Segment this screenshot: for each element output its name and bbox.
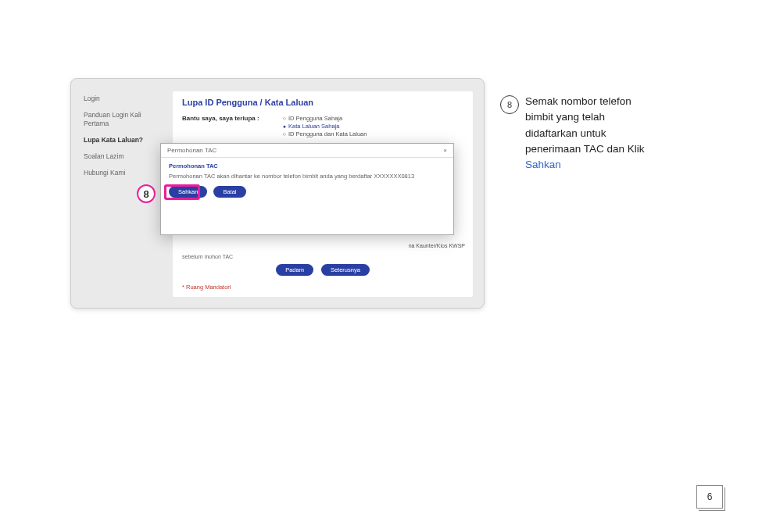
screenshot-frame: Login Panduan Login Kali Pertama Lupa Ka… xyxy=(70,78,485,309)
sidebar-item-login[interactable]: Login xyxy=(84,95,162,103)
sidebar-item-soalan[interactable]: Soalan Lazim xyxy=(84,152,162,161)
page-number: 6 xyxy=(696,485,723,509)
help-label: Bantu saya, saya terlupa : xyxy=(182,115,259,137)
tac-modal: Permohonan TAC × Permohonan TAC Permohon… xyxy=(160,143,454,235)
under-modal: sebelum mohon TAC Padam Seterusnya * Rua… xyxy=(173,254,473,297)
modal-title: Permohonan TAC xyxy=(167,147,216,154)
page-title: Lupa ID Pengguna / Kata Laluan xyxy=(182,98,463,107)
radio-kata-laluan[interactable]: Kata Laluan Sahaja xyxy=(283,123,367,130)
sidebar-item-panduan[interactable]: Panduan Login Kali Pertama xyxy=(84,111,162,128)
modal-text: Permohonan TAC akan dihantar ke nombor t… xyxy=(169,173,445,180)
close-icon[interactable]: × xyxy=(443,147,447,154)
modal-subtitle: Permohonan TAC xyxy=(169,162,445,170)
radio-group: ID Pengguna Sahaja Kata Laluan Sahaja ID… xyxy=(283,115,367,137)
erase-button[interactable]: Padam xyxy=(276,264,313,276)
sahkan-button[interactable]: Sahkan xyxy=(169,186,207,198)
sidebar-item-lupa[interactable]: Lupa Kata Laluan? xyxy=(84,136,162,145)
mandatory-note: * Ruang Mandatori xyxy=(182,284,463,291)
next-button[interactable]: Seterusnya xyxy=(321,264,370,276)
batal-button[interactable]: Batal xyxy=(213,186,245,198)
sidebar: Login Panduan Login Kali Pertama Lupa Ka… xyxy=(84,95,162,177)
sahkan-link: Sahkan xyxy=(525,159,561,170)
radio-id-only[interactable]: ID Pengguna Sahaja xyxy=(283,115,367,122)
under-sub1: sebelum mohon TAC xyxy=(182,254,463,259)
note-right: na Kaunter/Kios KWSP xyxy=(409,243,465,248)
instruction-text: Semak nombor telefon bimbit yang telah d… xyxy=(525,94,682,173)
instruction-block: 8 Semak nombor telefon bimbit yang telah… xyxy=(500,94,711,309)
step-marker-outer: 8 xyxy=(500,95,519,114)
sidebar-item-hubungi[interactable]: Hubungi Kami xyxy=(84,169,162,177)
step-marker-inner: 8 xyxy=(137,184,156,203)
radio-both[interactable]: ID Pengguna dan Kata Laluan xyxy=(283,130,367,137)
